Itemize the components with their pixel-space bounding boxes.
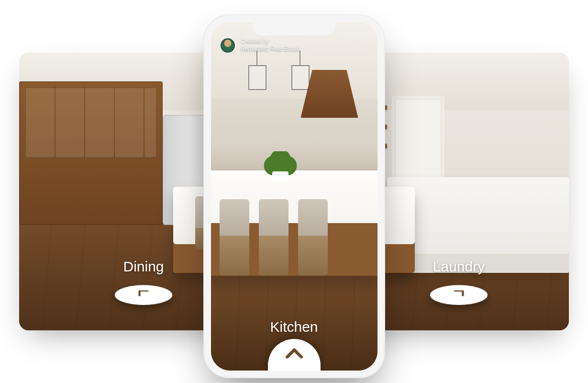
pendant-light-icon [244,51,268,94]
avatar [220,37,236,54]
arrow-right-icon [450,287,467,302]
creator-prefix: Created by [241,38,300,45]
phone-device-frame: Created by Hernandez Real Estate Kitchen [203,14,385,378]
phone-notch [254,22,335,35]
nav-dining: Dining [115,259,172,307]
phone-screen[interactable]: Created by Hernandez Real Estate Kitchen [211,22,377,371]
creator-badge[interactable]: Created by Hernandez Real Estate [220,37,300,54]
go-dining-button[interactable] [113,285,174,305]
nav-kitchen: Kitchen [211,319,377,371]
room-label-dining: Dining [123,259,164,275]
arrow-left-icon [135,287,152,302]
chevron-up-icon [284,344,305,367]
creator-text: Created by Hernandez Real Estate [241,38,300,53]
go-laundry-button[interactable] [428,285,489,305]
creator-name: Hernandez Real Estate [241,45,300,53]
pendant-light-icon [288,51,311,94]
room-label-laundry: Laundry [433,259,485,275]
nav-laundry: Laundry [430,259,488,307]
virtual-tour-stage: Dining Laundry [0,0,588,383]
plant-icon [264,151,297,180]
room-label-kitchen: Kitchen [270,319,318,335]
go-forward-button[interactable] [268,339,321,371]
